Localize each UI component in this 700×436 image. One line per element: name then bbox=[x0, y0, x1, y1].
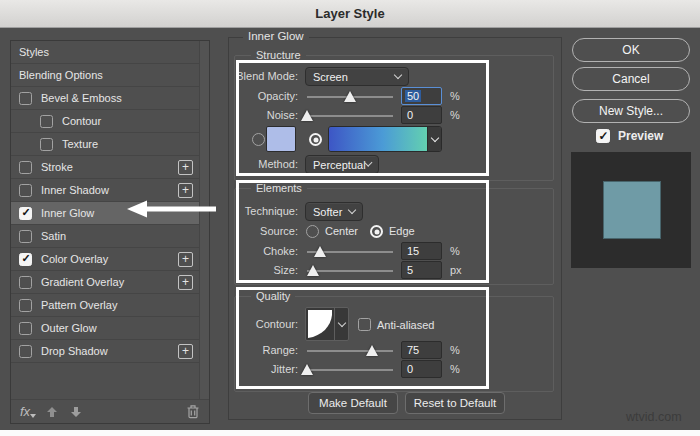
inner-shadow-checkbox[interactable] bbox=[19, 184, 32, 197]
texture-checkbox[interactable] bbox=[40, 138, 53, 151]
sidebar-item-texture[interactable]: Texture bbox=[11, 133, 199, 156]
sidebar-item-color-overlay[interactable]: Color Overlay + bbox=[11, 248, 199, 271]
contour-checkbox[interactable] bbox=[40, 115, 53, 128]
sidebar-item-label: Color Overlay bbox=[41, 253, 108, 265]
add-inner-shadow-icon[interactable]: + bbox=[178, 183, 193, 198]
sidebar-item-label: Bevel & Emboss bbox=[41, 92, 122, 104]
add-drop-shadow-icon[interactable]: + bbox=[178, 344, 193, 359]
gradient-overlay-checkbox[interactable] bbox=[19, 276, 32, 289]
sidebar-item-pattern-overlay[interactable]: Pattern Overlay bbox=[11, 294, 199, 317]
sidebar-item-label: Styles bbox=[19, 46, 49, 58]
sidebar-item-drop-shadow[interactable]: Drop Shadow + bbox=[11, 340, 199, 363]
preview-swatch bbox=[603, 181, 661, 239]
pattern-overlay-checkbox[interactable] bbox=[19, 299, 32, 312]
sidebar-item-label: Inner Shadow bbox=[41, 184, 109, 196]
add-gradient-overlay-icon[interactable]: + bbox=[178, 275, 193, 290]
window-title: Layer Style bbox=[315, 6, 384, 21]
sidebar-item-satin[interactable]: Satin bbox=[11, 225, 199, 248]
window-bottom-edge bbox=[0, 430, 700, 436]
preview-label: Preview bbox=[618, 129, 663, 143]
styles-sidebar: Styles Blending Options Bevel & Emboss C… bbox=[10, 40, 210, 424]
inner-glow-arrow-annotation bbox=[126, 200, 218, 218]
add-color-overlay-icon[interactable]: + bbox=[178, 252, 193, 267]
bevel-emboss-checkbox[interactable] bbox=[19, 92, 32, 105]
move-down-icon[interactable] bbox=[70, 406, 82, 418]
sidebar-item-label: Outer Glow bbox=[41, 322, 97, 334]
color-overlay-checkbox[interactable] bbox=[19, 253, 32, 266]
elements-highlight-box bbox=[236, 180, 489, 283]
cancel-button[interactable]: Cancel bbox=[572, 67, 690, 91]
quality-highlight-box bbox=[236, 287, 489, 389]
sidebar-item-label: Blending Options bbox=[19, 69, 103, 81]
sidebar-item-label: Texture bbox=[62, 138, 98, 150]
move-up-icon[interactable] bbox=[46, 406, 58, 418]
drop-shadow-checkbox[interactable] bbox=[19, 345, 32, 358]
add-stroke-icon[interactable]: + bbox=[178, 160, 193, 175]
sidebar-item-label: Stroke bbox=[41, 161, 73, 173]
sidebar-item-blending-options[interactable]: Blending Options bbox=[11, 64, 199, 87]
fx-menu-icon[interactable]: fx bbox=[20, 404, 30, 419]
sidebar-item-outer-glow[interactable]: Outer Glow bbox=[11, 317, 199, 340]
panel-title: Inner Glow bbox=[243, 30, 309, 42]
sidebar-item-gradient-overlay[interactable]: Gradient Overlay + bbox=[11, 271, 199, 294]
new-style-button[interactable]: New Style... bbox=[572, 99, 690, 123]
sidebar-item-label: Gradient Overlay bbox=[41, 276, 124, 288]
sidebar-item-label: Drop Shadow bbox=[41, 345, 108, 357]
sidebar-item-inner-shadow[interactable]: Inner Shadow + bbox=[11, 179, 199, 202]
watermark: wtvid.com bbox=[626, 410, 682, 424]
delete-effect-icon[interactable] bbox=[186, 404, 200, 419]
sidebar-toolbar: fx bbox=[11, 399, 209, 423]
structure-highlight-box bbox=[236, 60, 489, 176]
preview-thumbnail bbox=[571, 152, 691, 268]
sidebar-item-stroke[interactable]: Stroke + bbox=[11, 156, 199, 179]
sidebar-scrollbar[interactable] bbox=[199, 41, 209, 399]
sidebar-item-label: Contour bbox=[62, 115, 101, 127]
sidebar-item-label: Inner Glow bbox=[41, 207, 94, 219]
ok-button[interactable]: OK bbox=[572, 38, 690, 62]
sidebar-item-label: Satin bbox=[41, 230, 66, 242]
sidebar-item-label: Pattern Overlay bbox=[41, 299, 117, 311]
outer-glow-checkbox[interactable] bbox=[19, 322, 32, 335]
preview-checkbox[interactable] bbox=[596, 129, 610, 143]
stroke-checkbox[interactable] bbox=[19, 161, 32, 174]
window-titlebar: Layer Style bbox=[0, 0, 700, 28]
satin-checkbox[interactable] bbox=[19, 230, 32, 243]
sidebar-item-contour[interactable]: Contour bbox=[11, 110, 199, 133]
reset-to-default-button[interactable]: Reset to Default bbox=[405, 392, 505, 414]
sidebar-item-styles[interactable]: Styles bbox=[11, 41, 199, 64]
make-default-button[interactable]: Make Default bbox=[308, 392, 398, 414]
inner-glow-checkbox[interactable] bbox=[19, 207, 32, 220]
sidebar-item-bevel-emboss[interactable]: Bevel & Emboss bbox=[11, 87, 199, 110]
